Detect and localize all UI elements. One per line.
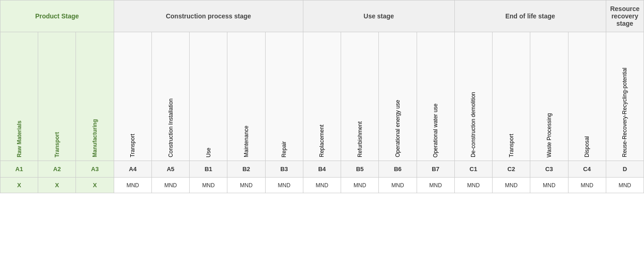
stage-header: End of life stage [454,0,606,32]
rotated-label-text: Replacement [319,123,325,157]
rotated-label-text: De-construction demolition [470,90,476,157]
value-cell: MND [454,178,492,193]
rotated-label: Use [190,32,227,161]
code-cell: C2 [493,161,530,178]
code-cell: A5 [151,161,189,178]
rotated-label-text: Transport [129,132,136,157]
rotated-label: Transport [114,32,151,161]
stage-header: Resource recovery stage [606,0,644,32]
value-row: XXXMNDMNDMNDMNDMNDMNDMNDMNDMNDMNDMNDMNDM… [0,178,644,193]
stage-header: Use stage [303,0,454,32]
rotated-label-text: Construction Installation [168,97,174,157]
rotated-label-text: Waste Processing [546,111,552,157]
rotated-label: Raw Materials [0,32,38,161]
value-cell: X [38,178,76,193]
rotated-label-text: Reuse-Recovery-Recycling-potential [621,66,628,157]
rotated-label-text: Manufacturing [92,117,98,157]
rotated-label: Transport [38,32,76,161]
value-cell: MND [530,178,568,193]
rotated-label: Transport [493,32,530,161]
rotated-label-text: Refurbishment [357,120,363,157]
rotated-label: Manufacturing [76,32,114,161]
value-cell: MND [114,178,151,193]
rotated-label: Repair [265,32,303,161]
rotated-label: Operational energy use [379,32,417,161]
code-cell: C1 [454,161,492,178]
code-cell: B4 [303,161,341,178]
value-cell: MND [190,178,227,193]
value-cell: MND [303,178,341,193]
value-cell: MND [265,178,303,193]
rotated-label: Maintenance [227,32,265,161]
code-cell: B6 [379,161,417,178]
value-cell: MND [493,178,530,193]
value-cell: MND [227,178,265,193]
stage-header-row: Product StageConstruction process stageU… [0,0,644,32]
rotated-label: Waste Processing [530,32,568,161]
code-cell: A1 [0,161,38,178]
code-cell: B1 [190,161,227,178]
value-cell: MND [379,178,417,193]
code-row: A1A2A3A4A5B1B2B3B4B5B6B7C1C2C3C4D [0,161,644,178]
rotated-label-text: Repair [281,139,287,157]
stage-header: Product Stage [0,0,114,32]
rotated-label: Operational water use [417,32,454,161]
rotated-label: Reuse-Recovery-Recycling-potential [606,32,644,161]
rotated-label-text: Operational energy use [395,98,401,157]
value-cell: X [0,178,38,193]
value-cell: MND [341,178,379,193]
rotated-label: Disposal [568,32,606,161]
code-cell: B2 [227,161,265,178]
rotated-label-text: Raw Materials [16,119,23,157]
rotated-label: Refurbishment [341,32,379,161]
code-cell: B7 [417,161,454,178]
rotated-label: Construction Installation [151,32,189,161]
value-cell: MND [151,178,189,193]
code-cell: C3 [530,161,568,178]
rotated-label-text: Transport [508,132,515,157]
rotated-label-row: Raw MaterialsTransportManufacturingTrans… [0,32,644,161]
rotated-label-text: Maintenance [243,124,249,157]
code-cell: A3 [76,161,114,178]
code-cell: D [606,161,644,178]
rotated-label: De-construction demolition [454,32,492,161]
rotated-label-text: Use [205,146,212,157]
stage-header: Construction process stage [114,0,303,32]
rotated-label: Replacement [303,32,341,161]
code-cell: B3 [265,161,303,178]
rotated-label-text: Disposal [584,134,590,157]
value-cell: MND [606,178,644,193]
rotated-label-text: Transport [54,130,60,157]
code-cell: A2 [38,161,76,178]
lifecycle-table: Product StageConstruction process stageU… [0,0,644,193]
value-cell: X [76,178,114,193]
code-cell: A4 [114,161,151,178]
code-cell: B5 [341,161,379,178]
value-cell: MND [568,178,606,193]
rotated-label-text: Operational water use [432,102,439,157]
code-cell: C4 [568,161,606,178]
value-cell: MND [417,178,454,193]
